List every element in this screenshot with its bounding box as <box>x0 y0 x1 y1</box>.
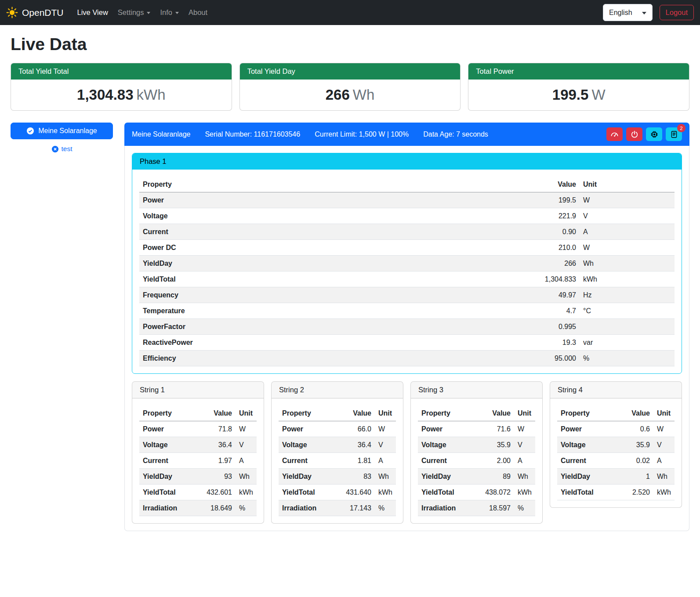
inverter-item-test[interactable]: test <box>51 145 73 153</box>
event-log-button[interactable]: 2 <box>666 127 682 141</box>
table-row: Power71.8W <box>139 421 257 437</box>
string-card: String 4 Property Value Unit <box>550 381 682 508</box>
string-card: String 2 Property Value Unit <box>271 381 403 524</box>
unit-cell: A <box>375 453 396 469</box>
value-cell: 431.640 <box>337 485 375 500</box>
property-cell: YieldTotal <box>139 485 198 500</box>
nav-live-view[interactable]: Live View <box>73 4 113 21</box>
inverter-data-age: Data Age: 7 seconds <box>423 130 488 138</box>
unit-cell: var <box>580 335 675 351</box>
property-cell: YieldDay <box>557 469 616 485</box>
value-cell: 0.995 <box>518 319 580 335</box>
property-cell: Irradiation <box>279 500 337 516</box>
property-cell: Voltage <box>557 437 616 453</box>
unit-cell: W <box>375 421 396 437</box>
table-row: ReactivePower19.3var <box>139 335 675 351</box>
nav-settings-label: Settings <box>118 8 144 17</box>
unit-cell: V <box>236 437 257 453</box>
value-cell: 71.6 <box>476 421 514 437</box>
property-cell: YieldTotal <box>279 485 337 500</box>
string-card-title: String 3 <box>411 382 542 398</box>
inverter-name: Meine Solaranlage <box>132 130 190 138</box>
unit-cell: A <box>653 453 675 469</box>
language-select[interactable]: English <box>603 4 652 21</box>
column-property: Property <box>139 177 518 192</box>
phase-table-body: Power199.5WVoltage221.9VCurrent0.90APowe… <box>139 192 675 366</box>
unit-cell: % <box>580 351 675 366</box>
property-cell: Power <box>279 421 337 437</box>
unit-cell: % <box>514 500 535 516</box>
property-cell: Frequency <box>139 287 518 303</box>
inverter-panel-body: Phase 1 Property Value Unit Power199.5WV… <box>124 146 689 531</box>
table-row: Current1.97A <box>139 453 257 469</box>
property-cell: YieldTotal <box>139 271 518 287</box>
value-cell: 83 <box>337 469 375 485</box>
property-cell: Voltage <box>139 437 198 453</box>
unit-cell: W <box>580 240 675 256</box>
property-cell: YieldDay <box>139 469 198 485</box>
value-cell: 66.0 <box>337 421 375 437</box>
value-cell: 4.7 <box>518 303 580 319</box>
card-title: Total Power <box>468 63 689 80</box>
inverter-select-button[interactable]: Meine Solaranlage <box>11 123 113 139</box>
value-cell: 18.649 <box>198 500 236 516</box>
property-cell: Current <box>418 453 476 469</box>
table-row: Voltage36.4V <box>139 437 257 453</box>
value-cell: 95.000 <box>518 351 580 366</box>
inverter-limit: Current Limit: 1,500 W | 100% <box>315 130 409 138</box>
property-cell: Current <box>139 453 198 469</box>
brand-link[interactable]: OpenDTU <box>6 7 64 18</box>
inverter-sidebar: Meine Solaranlage test <box>11 123 113 153</box>
string-card: String 3 Property Value Unit <box>410 381 543 524</box>
value-cell: 49.97 <box>518 287 580 303</box>
table-row: Current2.00A <box>418 453 535 469</box>
limit-settings-button[interactable] <box>606 127 623 141</box>
unit-cell: kWh <box>514 485 535 500</box>
brand-label: OpenDTU <box>22 7 64 18</box>
table-row: Voltage221.9V <box>139 208 675 224</box>
power-control-button[interactable] <box>626 127 642 141</box>
unit-cell: Wh <box>514 469 535 485</box>
table-row: Voltage36.4V <box>279 437 396 453</box>
property-cell: Irradiation <box>418 500 476 516</box>
unit-cell: A <box>514 453 535 469</box>
value-cell: 17.143 <box>337 500 375 516</box>
string-table-body: Power0.6WVoltage35.9VCurrent0.02AYieldDa… <box>557 421 675 500</box>
unit-cell <box>580 319 675 335</box>
table-row: Efficiency95.000% <box>139 351 675 366</box>
table-row: YieldTotal432.601kWh <box>139 485 257 500</box>
chevron-down-icon <box>175 12 179 14</box>
string-card-title: String 4 <box>550 382 682 398</box>
column-value: Value <box>337 405 375 421</box>
unit-cell: % <box>236 500 257 516</box>
unit-cell: Wh <box>236 469 257 485</box>
value-cell: 2.520 <box>616 485 653 500</box>
inverter-panel: Meine Solaranlage Serial Number: 1161716… <box>124 123 689 531</box>
value-cell: 35.9 <box>616 437 653 453</box>
unit-cell: W <box>514 421 535 437</box>
card-value: 199.5 <box>552 87 589 103</box>
table-row: YieldTotal1,304.833kWh <box>139 271 675 287</box>
nav-settings[interactable]: Settings <box>113 4 156 21</box>
column-property: Property <box>418 405 476 421</box>
unit-cell: A <box>236 453 257 469</box>
property-cell: YieldDay <box>279 469 337 485</box>
table-header-row: Property Value Unit <box>139 177 675 192</box>
table-row: Voltage35.9V <box>557 437 675 453</box>
journal-text-icon <box>670 130 678 138</box>
unit-cell: kWh <box>236 485 257 500</box>
unit-cell: Wh <box>375 469 396 485</box>
nav-about[interactable]: About <box>184 4 212 21</box>
string-table: Property Value Unit Power0.6WVoltage35.9… <box>557 405 675 500</box>
column-property: Property <box>139 405 198 421</box>
nav-info[interactable]: Info <box>155 4 184 21</box>
table-header-row: Property Value Unit <box>139 405 257 421</box>
logout-button[interactable]: Logout <box>660 5 694 20</box>
card-unit: kWh <box>137 87 166 103</box>
table-row: YieldTotal2.520kWh <box>557 485 675 500</box>
device-info-button[interactable] <box>646 127 662 141</box>
card-total-yield-day: Total Yield Day 266Wh <box>239 63 461 111</box>
property-cell: PowerFactor <box>139 319 518 335</box>
table-row: Irradiation18.649% <box>139 500 257 516</box>
column-property: Property <box>279 405 337 421</box>
